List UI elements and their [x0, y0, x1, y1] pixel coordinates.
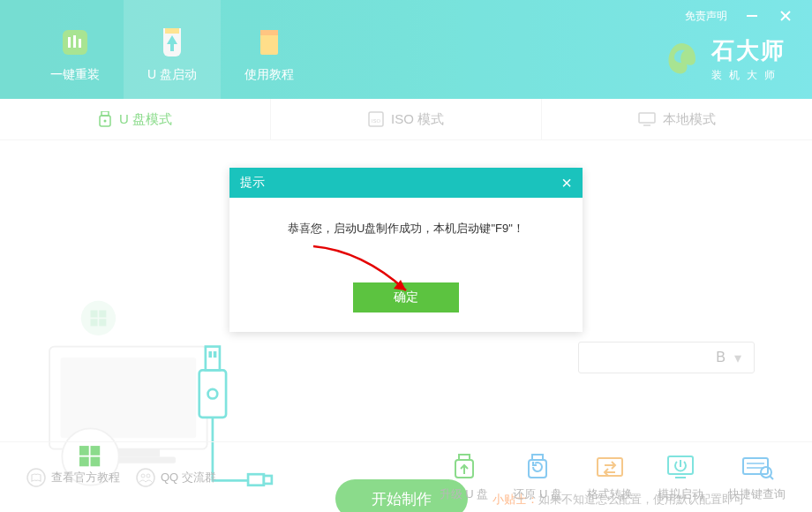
success-modal: 提示 × 恭喜您，启动U盘制作成功，本机启动键"F9"！ 确定 — [229, 168, 583, 332]
modal-body: 恭喜您，启动U盘制作成功，本机启动键"F9"！ 确定 — [229, 198, 583, 332]
modal-title: 提示 — [240, 175, 265, 191]
close-icon[interactable]: × — [561, 174, 572, 192]
modal-mask: 提示 × 恭喜您，启动U盘制作成功，本机启动键"F9"！ 确定 — [0, 0, 812, 512]
modal-header: 提示 × — [229, 168, 583, 198]
ok-button[interactable]: 确定 — [353, 282, 459, 312]
modal-message: 恭喜您，启动U盘制作成功，本机启动键"F9"！ — [247, 221, 565, 237]
